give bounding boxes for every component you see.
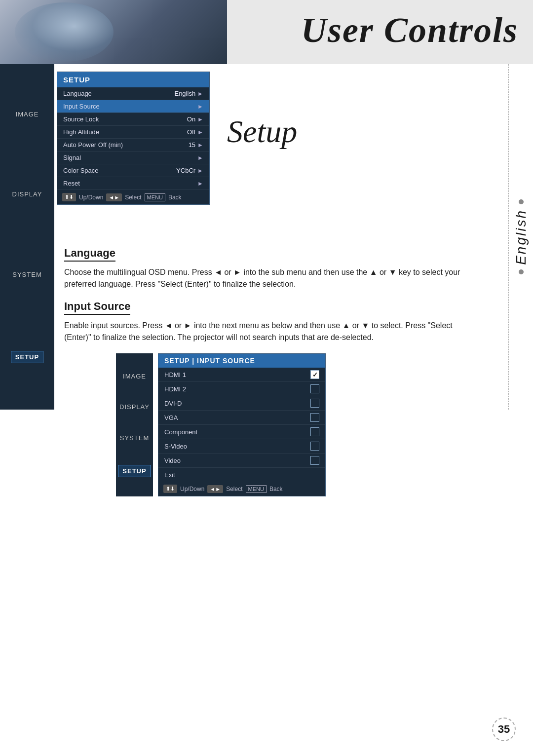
input-label-hdmi2: HDMI 2: [164, 385, 186, 393]
setup-heading: Setup: [227, 113, 297, 150]
input-label-dvid: DVI-D: [164, 400, 182, 407]
input-nav-display[interactable]: DISPLAY: [119, 403, 150, 411]
footer-menu-box: MENU: [145, 193, 165, 201]
footer-updown-icon: ⬆⬇: [62, 193, 76, 201]
checkbox-dvid[interactable]: [310, 399, 319, 408]
input-label-exit: Exit: [164, 471, 175, 479]
input-nav-setup[interactable]: SETUP: [118, 465, 151, 477]
checkbox-vga[interactable]: [310, 413, 319, 422]
menu-label-high-altitude: High Altitude: [63, 128, 99, 136]
menu-value-input-source: ►: [197, 103, 203, 110]
menu-label-source-lock: Source Lock: [63, 115, 99, 123]
menu-label-auto-power-off: Auto Power Off (min): [63, 141, 123, 149]
menu-row-high-altitude[interactable]: High Altitude Off ►: [57, 126, 209, 139]
input-row-hdmi1[interactable]: HDMI 1: [158, 368, 325, 382]
menu-row-signal[interactable]: Signal ►: [57, 151, 209, 164]
input-nav-system[interactable]: SYSTEM: [120, 434, 149, 442]
menu-value-auto-power-off: 15 ►: [189, 141, 203, 149]
arrow-right-color-space: ►: [197, 167, 203, 174]
menu-row-reset[interactable]: Reset ►: [57, 177, 209, 190]
footer-back-label: Back: [168, 194, 182, 201]
input-footer-back-label: Back: [269, 486, 283, 492]
input-source-menu: SETUP | INPUT SOURCE HDMI 1 HDMI 2 DVI-D: [158, 353, 326, 496]
input-source-section-heading: Input Source: [64, 300, 130, 315]
arrow-right-language: ►: [197, 90, 203, 97]
menu-label-input-source: Input Source: [63, 103, 100, 110]
arrow-right-input-source: ►: [197, 103, 203, 110]
arrow-right-reset: ►: [197, 180, 203, 187]
checkbox-component[interactable]: [310, 427, 319, 436]
input-footer-updown-icon: ⬆⬇: [163, 485, 177, 493]
input-source-submenu-wrapper: IMAGE DISPLAY SYSTEM SETUP SETUP | INPUT…: [158, 353, 326, 496]
input-row-component[interactable]: Component: [158, 425, 325, 439]
menu-value-language: English ►: [174, 90, 203, 97]
setup-menu-header: SETUP: [57, 72, 209, 87]
menu-label-color-space: Color Space: [63, 167, 99, 174]
input-row-svideo[interactable]: S-Video: [158, 439, 325, 454]
header-image: [0, 0, 227, 64]
language-section-text: Choose the multilingual OSD menu. Press …: [64, 266, 469, 290]
dot-top: [519, 199, 524, 204]
input-row-vga[interactable]: VGA: [158, 411, 325, 425]
input-source-footer: ⬆⬇ Up/Down ◄► Select MENU Back: [158, 482, 325, 496]
menu-label-signal: Signal: [63, 154, 81, 161]
menu-row-auto-power-off[interactable]: Auto Power Off (min) 15 ►: [57, 139, 209, 151]
arrow-right-source-lock: ►: [197, 116, 203, 123]
input-label-hdmi1: HDMI 1: [164, 371, 186, 378]
left-nav: IMAGE DISPLAY SYSTEM SETUP: [0, 64, 54, 410]
input-left-nav: IMAGE DISPLAY SYSTEM SETUP: [116, 353, 153, 496]
input-nav-image[interactable]: IMAGE: [123, 373, 146, 380]
menu-row-language[interactable]: Language English ►: [57, 87, 209, 100]
nav-item-system[interactable]: SYSTEM: [12, 271, 41, 278]
input-footer-select-label: Select: [226, 486, 242, 492]
input-row-video[interactable]: Video: [158, 454, 325, 468]
input-source-menu-header: SETUP | INPUT SOURCE: [158, 354, 325, 368]
dot-bottom: [519, 269, 524, 274]
checkbox-hdmi2[interactable]: [310, 384, 319, 393]
menu-row-color-space[interactable]: Color Space YCbCr ►: [57, 164, 209, 177]
input-footer-menu-box: MENU: [246, 485, 266, 493]
input-label-component: Component: [164, 428, 197, 436]
main-content: Language Choose the multilingual OSD men…: [54, 242, 479, 501]
input-row-dvid[interactable]: DVI-D: [158, 396, 325, 411]
page-title: User Controls: [301, 10, 518, 51]
menu-row-input-source[interactable]: Input Source ►: [57, 100, 209, 113]
header-area: User Controls: [0, 0, 533, 64]
checkbox-svideo[interactable]: [310, 442, 319, 451]
nav-item-image[interactable]: IMAGE: [16, 111, 39, 118]
footer-updown-label: Up/Down: [79, 194, 103, 201]
menu-label-reset: Reset: [63, 180, 80, 187]
menu-value-color-space: YCbCr ►: [176, 167, 203, 174]
menu-value-signal: ►: [197, 154, 203, 161]
footer-select-label: Select: [125, 194, 141, 201]
menu-value-source-lock: On ►: [187, 115, 203, 123]
input-row-exit[interactable]: Exit: [158, 468, 325, 482]
setup-menu: SETUP Language English ► Input Source ► …: [57, 72, 210, 205]
menu-value-high-altitude: Off ►: [187, 128, 203, 136]
input-source-section-text: Enable input sources. Press ◄ or ► into …: [64, 320, 469, 343]
right-sidebar: English: [508, 64, 533, 410]
input-footer-updown-label: Up/Down: [180, 486, 204, 492]
nav-item-display[interactable]: DISPLAY: [12, 190, 42, 198]
language-section: Language Choose the multilingual OSD men…: [64, 247, 469, 290]
input-row-hdmi2[interactable]: HDMI 2: [158, 382, 325, 396]
arrow-right-auto-power-off: ►: [197, 142, 203, 149]
input-footer-select-icon: ◄►: [207, 485, 223, 493]
language-label: English: [513, 209, 529, 265]
setup-menu-footer: ⬆⬇ Up/Down ◄► Select MENU Back: [57, 190, 209, 204]
footer-select-icon: ◄►: [106, 193, 122, 201]
page-number: 35: [492, 718, 516, 741]
language-section-heading: Language: [64, 247, 115, 262]
menu-label-language: Language: [63, 90, 92, 97]
menu-value-reset: ►: [197, 180, 203, 187]
input-label-vga: VGA: [164, 414, 178, 421]
arrow-right-high-altitude: ►: [197, 129, 203, 136]
input-source-section: Input Source Enable input sources. Press…: [64, 300, 469, 496]
checkbox-hdmi1[interactable]: [310, 370, 319, 379]
nav-item-setup[interactable]: SETUP: [11, 351, 43, 363]
checkbox-video[interactable]: [310, 456, 319, 465]
input-label-video: Video: [164, 457, 181, 464]
arrow-right-signal: ►: [197, 154, 203, 161]
menu-row-source-lock[interactable]: Source Lock On ►: [57, 113, 209, 126]
header-image-overlay: [15, 2, 114, 62]
